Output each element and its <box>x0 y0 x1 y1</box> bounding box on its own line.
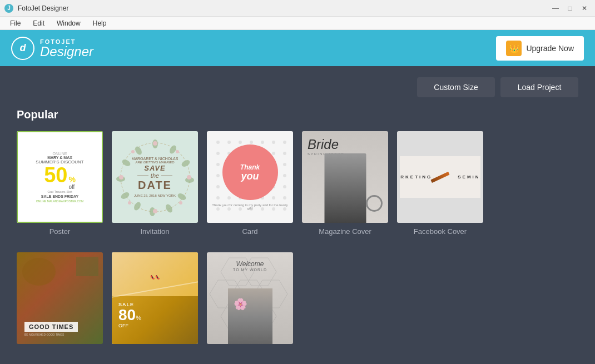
custom-size-button[interactable]: Custom Size <box>417 77 495 97</box>
svg-point-19 <box>128 201 131 205</box>
welcome-line1: Welcome <box>207 260 293 268</box>
fb-text1: MARKETING <box>400 174 432 179</box>
svg-point-25 <box>261 141 264 144</box>
app-icon: J <box>4 4 13 13</box>
invitation-preview: MARGARET & NICHOLAS ARE GETTING MARRIED … <box>112 131 198 223</box>
menu-bar: File Edit Window Help <box>0 17 595 30</box>
svg-point-9 <box>120 191 130 200</box>
minimize-button[interactable]: — <box>549 2 562 14</box>
template-item-invitation[interactable]: MARGARET & NICHOLAS ARE GETTING MARRIED … <box>112 131 198 236</box>
poster-name-text: MARY & MAX <box>23 156 96 159</box>
menu-file[interactable]: File <box>4 18 26 28</box>
invite-date: DATE <box>132 179 178 192</box>
template-thumb-good-times: GOOD TIMES BE NOURISHED GOOD TIMES <box>17 252 103 344</box>
good-times-text-area: GOOD TIMES BE NOURISHED GOOD TIMES <box>24 322 78 336</box>
template-item-poster[interactable]: ONLINE MARY & MAX SUMMER'S DISCOUNT 50 %… <box>17 131 103 236</box>
mag-title: Bride <box>308 137 345 152</box>
mag-title-area: Bride SPRING ISSUE <box>308 137 345 156</box>
logo-text: FOTOJET Designer <box>40 38 93 58</box>
poster-sale-text: SALE ENDS FRIDAY <box>23 195 96 198</box>
svg-point-11 <box>121 158 131 167</box>
title-bar-left: J FotoJet Designer <box>4 4 68 13</box>
template-item-magazine[interactable]: Bride SPRING ISSUE Magazine Cover <box>302 131 388 236</box>
logo-designer: Designer <box>40 45 93 58</box>
template-item-facebook[interactable]: MARKETING SEMINAR Facebook Cover <box>397 131 483 236</box>
template-item-good-times[interactable]: GOOD TIMES BE NOURISHED GOOD TIMES <box>17 252 103 348</box>
svg-point-17 <box>176 150 179 153</box>
template-thumb-invitation: MARGARET & NICHOLAS ARE GETTING MARRIED … <box>112 131 198 223</box>
fb-text2: SEMINAR <box>458 174 480 179</box>
svg-point-33 <box>272 152 275 155</box>
card-preview: Thank you Thank you for coming to my par… <box>207 131 293 223</box>
svg-point-46 <box>216 196 220 200</box>
template-thumb-poster: ONLINE MARY & MAX SUMMER'S DISCOUNT 50 %… <box>17 131 103 223</box>
menu-window[interactable]: Window <box>51 18 86 28</box>
svg-point-45 <box>283 185 286 188</box>
pen-icon <box>430 171 449 182</box>
template-grid-row2: GOOD TIMES BE NOURISHED GOOD TIMES 👠👠 <box>17 252 578 348</box>
poster-pct: % <box>68 175 75 184</box>
svg-point-24 <box>250 141 253 144</box>
svg-point-23 <box>239 141 242 144</box>
good-times-leaf <box>76 257 98 276</box>
svg-point-18 <box>179 201 182 205</box>
magazine-preview: Bride SPRING ISSUE <box>302 131 388 223</box>
poster-categories: CoatTrousersSkirt <box>23 190 96 193</box>
sale-off: OFF <box>118 323 141 328</box>
svg-point-20 <box>131 150 135 153</box>
upgrade-button[interactable]: 👑 Upgrade Now <box>496 36 584 61</box>
sale-bottom-area: SALE 80 % OFF <box>112 296 198 344</box>
svg-point-6 <box>164 203 173 213</box>
main-content: Custom Size Load Project Popular ONLINE … <box>0 66 595 364</box>
logo-area: d FOTOJET Designer <box>11 37 93 60</box>
logo-circle: d <box>11 37 34 60</box>
svg-point-51 <box>272 196 275 200</box>
welcome-preview: 🌸 Welcome TO MY WORLD <box>207 252 293 344</box>
poster-online-text: ONLINE <box>23 152 96 156</box>
svg-point-14 <box>187 175 191 179</box>
svg-point-22 <box>227 141 231 144</box>
svg-point-16 <box>119 175 123 179</box>
template-thumb-welcome: 🌸 Welcome TO MY WORLD <box>207 252 293 344</box>
menu-help[interactable]: Help <box>87 18 112 28</box>
template-item-card[interactable]: Thank you Thank you for coming to my par… <box>207 131 293 236</box>
invite-names: MARGARET & NICHOLAS <box>132 157 178 161</box>
poster-off: off <box>68 184 75 190</box>
fb-inner: MARKETING SEMINAR <box>400 156 480 198</box>
svg-point-35 <box>216 163 220 166</box>
popular-section-title: Popular <box>17 108 578 121</box>
sale-number-row: 80 % <box>118 307 141 323</box>
template-label-card: Card <box>242 227 257 236</box>
template-thumb-magazine: Bride SPRING ISSUE <box>302 131 388 223</box>
poster-big-number: 50 <box>44 164 67 186</box>
title-bar: J FotoJet Designer — □ ✕ <box>0 0 595 17</box>
invite-info: JUNE 25, 2016 NEW YORK <box>132 194 178 197</box>
template-label-magazine: Magazine Cover <box>319 227 371 236</box>
svg-point-12 <box>133 145 143 156</box>
welcome-figure <box>228 288 272 344</box>
svg-point-34 <box>283 152 286 155</box>
load-project-button[interactable]: Load Project <box>500 77 578 97</box>
template-item-welcome[interactable]: 🌸 Welcome TO MY WORLD <box>207 252 293 348</box>
sale-pct: % <box>136 315 141 321</box>
sale-text-area: SALE 80 % OFF <box>118 302 141 328</box>
template-thumb-facebook: MARKETING SEMINAR <box>397 131 483 223</box>
template-label-invitation: Invitation <box>140 227 169 236</box>
mag-wheel <box>366 195 383 212</box>
sale-preview: 👠👠 SALE 80 % OFF <box>112 252 198 344</box>
svg-point-52 <box>283 196 286 200</box>
template-label-facebook: Facebook Cover <box>414 227 467 236</box>
menu-edit[interactable]: Edit <box>27 18 50 28</box>
close-button[interactable]: ✕ <box>578 2 591 14</box>
sale-shoes-hint: 👠👠 <box>150 275 160 280</box>
card-you-text: you <box>241 171 259 181</box>
template-grid-row1: ONLINE MARY & MAX SUMMER'S DISCOUNT 50 %… <box>17 131 578 236</box>
template-item-sale[interactable]: 👠👠 SALE 80 % OFF <box>112 252 198 348</box>
template-thumb-card: Thank you Thank you for coming to my par… <box>207 131 293 223</box>
svg-point-8 <box>132 201 142 211</box>
svg-point-36 <box>283 163 286 166</box>
good-times-label: GOOD TIMES <box>24 322 78 332</box>
svg-point-47 <box>227 196 231 200</box>
good-times-preview: GOOD TIMES BE NOURISHED GOOD TIMES <box>17 252 103 344</box>
maximize-button[interactable]: □ <box>564 2 576 14</box>
